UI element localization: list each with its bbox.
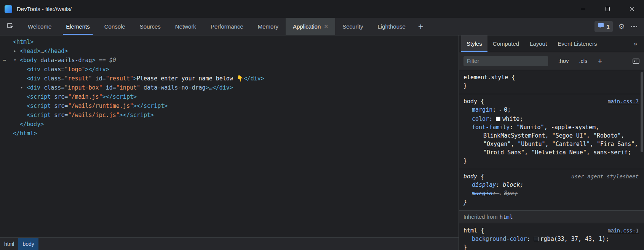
- style-rule: element.style {}: [459, 70, 644, 94]
- scrollbar-thumb[interactable]: [641, 72, 643, 152]
- expand-arrow-icon[interactable]: ▾: [14, 56, 16, 65]
- code-token: src=: [51, 112, 68, 119]
- dom-tree-row[interactable]: ▸<head>…</head>: [0, 46, 459, 56]
- stylesheet-link[interactable]: main.css:7: [608, 97, 639, 106]
- tab-elements[interactable]: Elements: [59, 18, 97, 35]
- crumb-body[interactable]: body: [18, 238, 38, 250]
- code-token: id=: [102, 84, 116, 91]
- new-style-rule-button[interactable]: +: [598, 57, 602, 65]
- tab-performance[interactable]: Performance: [203, 18, 251, 35]
- styles-scrollbar[interactable]: [640, 71, 644, 250]
- filter-input[interactable]: [463, 56, 548, 66]
- expand-arrow-icon[interactable]: ▸: [14, 46, 16, 56]
- rule-selector-line: html {main.css:1: [463, 226, 639, 235]
- dom-tree-row[interactable]: <html>: [0, 37, 459, 46]
- code-token: id=: [92, 75, 106, 82]
- code-token: src=: [51, 93, 68, 100]
- dom-tree-row[interactable]: <div class="logo"></div>: [0, 65, 459, 74]
- row-overflow-icon[interactable]: ⋯: [3, 56, 6, 65]
- code-token: </script>: [137, 103, 168, 109]
- sidebar-tab-styles[interactable]: Styles: [461, 35, 487, 52]
- dom-tree-row[interactable]: </body>: [0, 120, 459, 129]
- overflow-tabs-icon[interactable]: »: [629, 35, 642, 52]
- crumb-html[interactable]: html: [0, 238, 18, 250]
- property-name: font-family: [472, 124, 510, 131]
- stylesheet-link[interactable]: main.css:1: [608, 226, 639, 235]
- code-token: "result": [106, 75, 133, 82]
- devtools-app-icon: [5, 5, 12, 13]
- code-token: "logo": [64, 66, 85, 73]
- code-token: <script: [27, 93, 51, 100]
- close-tab-icon[interactable]: ×: [324, 23, 328, 30]
- rule-selector[interactable]: body: [463, 172, 477, 181]
- css-property[interactable]: background-color: rgba(33, 37, 43, 1);: [463, 235, 639, 243]
- rule-selector[interactable]: element.style: [463, 73, 508, 82]
- sidebar-tab-computed[interactable]: Computed: [487, 35, 524, 52]
- tab-sources[interactable]: Sources: [133, 18, 168, 35]
- dom-tree-row[interactable]: <script src="/wails/ipc.js"></script>: [0, 111, 459, 120]
- tab-label: Elements: [66, 23, 90, 30]
- titlebar[interactable]: DevTools - file://wails/: [0, 0, 644, 18]
- code-token: <html>: [13, 38, 34, 45]
- shorthand-expand-icon[interactable]: ▸: [499, 192, 504, 196]
- close-brace: }: [463, 243, 639, 250]
- color-swatch[interactable]: [534, 237, 539, 241]
- toggle-pseudo-class-button[interactable]: :hov: [558, 58, 569, 64]
- css-property[interactable]: color: white;: [463, 115, 639, 123]
- maximize-button[interactable]: [595, 0, 620, 18]
- dom-tree-row[interactable]: <div class="result" id="result">Please e…: [0, 74, 459, 83]
- css-property[interactable]: display: block;: [463, 181, 639, 189]
- tab-network[interactable]: Network: [168, 18, 203, 35]
- property-name: display: [472, 181, 496, 188]
- inherited-from-header: Inherited fromhtml: [459, 211, 644, 223]
- code-token: class=: [40, 84, 64, 91]
- tab-console[interactable]: Console: [97, 18, 133, 35]
- minimize-icon: [581, 9, 585, 9]
- style-rule: body {main.css:7margin: ▸ 0;color: white…: [459, 94, 644, 169]
- rule-selector[interactable]: body: [463, 97, 477, 106]
- dom-tree-row[interactable]: <script src="/main.js"></script>: [0, 92, 459, 101]
- code-token: </script>: [123, 112, 154, 119]
- code-token: >: [120, 112, 123, 119]
- css-property[interactable]: margin: ▸ 0;: [463, 106, 639, 115]
- devtools-main: <html>▸<head>…</head>⋯▾<body data-wails-…: [0, 35, 644, 250]
- rule-selector[interactable]: html: [463, 226, 477, 235]
- code-token: <body: [20, 57, 37, 64]
- styles-sections: element.style {}body {main.css:7margin: …: [459, 70, 644, 250]
- settings-gear-icon[interactable]: ⚙: [618, 23, 625, 30]
- minimize-button[interactable]: [571, 0, 595, 18]
- tab-memory[interactable]: Memory: [251, 18, 286, 35]
- css-property[interactable]: margin: ▸ 8px;: [463, 189, 639, 198]
- dom-tree-row[interactable]: ⋯▾<body data-wails-drag> == $0: [0, 56, 459, 65]
- inherited-node-link[interactable]: html: [499, 213, 513, 221]
- tab-security[interactable]: Security: [335, 18, 370, 35]
- inspect-element-button[interactable]: [0, 18, 21, 35]
- feedback-bubble-icon: [598, 23, 604, 30]
- close-button[interactable]: [620, 0, 644, 18]
- dom-tree-row[interactable]: </html>: [0, 129, 459, 138]
- code-token: <div: [27, 75, 40, 82]
- code-token: </div>: [89, 66, 109, 73]
- expand-arrow-icon[interactable]: ▸: [21, 83, 23, 92]
- color-swatch[interactable]: [496, 117, 500, 121]
- sidebar-toggle-icon[interactable]: [633, 58, 639, 64]
- code-token: >: [133, 75, 137, 82]
- css-property[interactable]: font-family: "Nunito", -apple-system, Bl…: [463, 123, 639, 157]
- tab-lighthouse[interactable]: Lighthouse: [370, 18, 412, 35]
- sidebar-tab-event-listeners[interactable]: Event Listeners: [552, 35, 602, 52]
- more-options-icon[interactable]: [630, 24, 638, 29]
- inspect-icon: [6, 22, 14, 31]
- feedback-button[interactable]: 1: [594, 21, 613, 32]
- code-token: "/main.js": [68, 93, 102, 100]
- dom-tree-row[interactable]: <script src="/wails/runtime.js"></script…: [0, 101, 459, 111]
- tab-application[interactable]: Application×: [286, 18, 335, 35]
- sidebar-tab-label: Styles: [467, 40, 482, 47]
- shorthand-expand-icon[interactable]: ▸: [499, 108, 504, 112]
- code-token: <div: [27, 84, 40, 91]
- dom-tree-row[interactable]: ▸<div class="input-box" id="input" data-…: [0, 83, 459, 92]
- sidebar-tab-layout[interactable]: Layout: [524, 35, 552, 52]
- tab-welcome[interactable]: Welcome: [21, 18, 59, 35]
- element-class-button[interactable]: .cls: [579, 58, 587, 64]
- window-title: DevTools - file://wails/: [17, 6, 72, 12]
- add-panel-button[interactable]: +: [413, 18, 429, 35]
